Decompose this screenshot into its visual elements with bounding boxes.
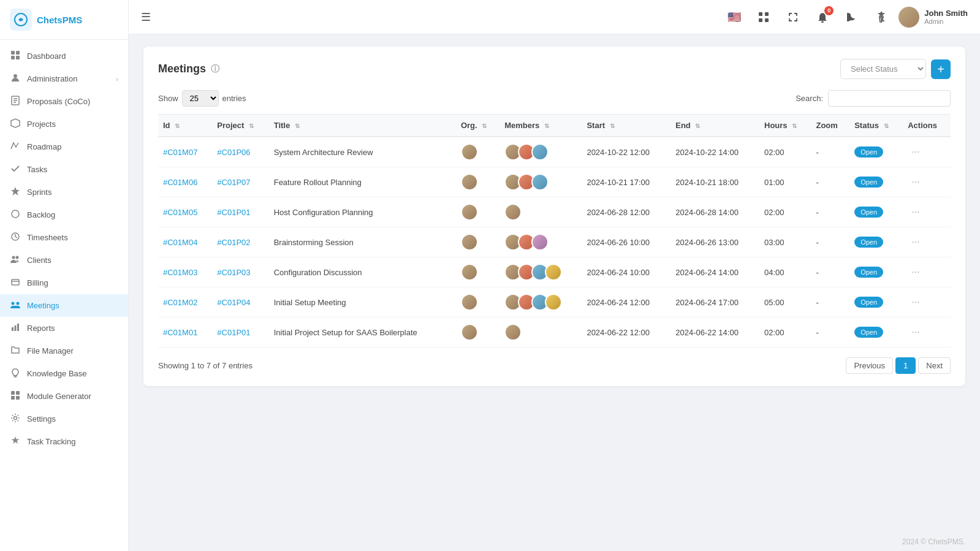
notification-button[interactable]: 0	[813, 7, 832, 27]
member-avatars	[504, 264, 577, 281]
meeting-id-link[interactable]: #C01M06	[163, 178, 197, 187]
apps-button[interactable]	[754, 7, 773, 27]
sidebar-item-label-dashboard: Dashboard	[27, 51, 66, 61]
logo[interactable]: ChetsPMS	[0, 0, 128, 40]
member-avatar	[531, 173, 549, 191]
sidebar-item-file-manager[interactable]: File Manager	[0, 340, 128, 362]
action-menu-button[interactable]: ···	[908, 145, 923, 158]
theme-button[interactable]	[842, 7, 862, 27]
action-menu-button[interactable]: ···	[908, 175, 923, 188]
cell-id: #C01M02	[158, 287, 212, 317]
sidebar-item-module-generator[interactable]: Module Generator	[0, 385, 128, 408]
cell-status: Open	[849, 287, 903, 317]
cell-org	[456, 257, 499, 287]
sidebar-item-meetings[interactable]: Meetings	[0, 294, 128, 317]
member-avatar	[545, 294, 562, 311]
sort-end-icon[interactable]: ⇅	[695, 123, 700, 129]
action-menu-button[interactable]: ···	[908, 205, 923, 218]
sidebar-item-tasks[interactable]: Tasks	[0, 158, 128, 181]
flag-button[interactable]: 🇺🇸	[724, 7, 744, 27]
meeting-id-link[interactable]: #C01M01	[163, 328, 197, 337]
org-avatars	[461, 173, 495, 191]
administration-nav-icon	[10, 73, 21, 85]
cell-start: 2024-10-22 12:00	[582, 137, 670, 167]
col-actions: Actions	[903, 115, 951, 137]
col-title: Title ⇅	[269, 115, 456, 137]
sidebar-item-billing[interactable]: Billing	[0, 272, 128, 294]
sidebar-item-timesheets[interactable]: Timesheets	[0, 226, 128, 249]
sort-status-icon[interactable]: ⇅	[884, 123, 889, 129]
meeting-id-link[interactable]: #C01M02	[163, 298, 197, 307]
cell-members	[499, 227, 582, 257]
module-generator-nav-icon	[10, 390, 21, 402]
cell-title: Feature Rollout Planning	[269, 167, 456, 197]
cell-members	[499, 197, 582, 227]
menu-toggle-icon[interactable]: ☰	[141, 10, 151, 24]
card-title: Meetings ⓘ	[158, 63, 219, 75]
table-row: #C01M02 #C01P04 Initial Setup Meeting 20…	[158, 287, 951, 317]
sidebar-item-dashboard[interactable]: Dashboard	[0, 45, 128, 67]
sort-hours-icon[interactable]: ⇅	[792, 123, 797, 129]
next-button[interactable]: Next	[918, 357, 951, 374]
action-menu-button[interactable]: ···	[908, 235, 923, 248]
member-avatar	[531, 143, 549, 161]
sidebar-item-administration[interactable]: Administration ›	[0, 67, 128, 90]
expand-button[interactable]	[783, 7, 803, 27]
svg-point-14	[16, 256, 19, 259]
sidebar-item-knowledge-base[interactable]: Knowledge Base	[0, 362, 128, 385]
sort-title-icon[interactable]: ⇅	[295, 123, 300, 129]
project-link[interactable]: #C01P01	[217, 208, 250, 217]
search-input[interactable]	[828, 90, 951, 107]
entries-select[interactable]: 25 10 50 100	[182, 90, 219, 107]
status-filter[interactable]: Select Status Open Closed	[840, 59, 926, 79]
previous-button[interactable]: Previous	[846, 357, 893, 374]
action-menu-button[interactable]: ···	[908, 325, 923, 338]
cell-project: #C01P01	[212, 197, 268, 227]
svg-rect-31	[759, 18, 762, 22]
meeting-id-link[interactable]: #C01M04	[163, 238, 197, 247]
info-icon[interactable]: ⓘ	[211, 64, 219, 75]
action-menu-button[interactable]: ···	[908, 295, 923, 308]
sort-id-icon[interactable]: ⇅	[175, 123, 180, 129]
sort-members-icon[interactable]: ⇅	[544, 123, 549, 129]
sort-start-icon[interactable]: ⇅	[610, 123, 615, 129]
sidebar-item-projects[interactable]: Projects	[0, 113, 128, 135]
meeting-id-link[interactable]: #C01M07	[163, 148, 197, 157]
status-badge: Open	[854, 146, 883, 158]
user-profile[interactable]: John Smith Admin	[898, 7, 968, 28]
project-link[interactable]: #C01P02	[217, 238, 250, 247]
meeting-id-link[interactable]: #C01M03	[163, 268, 197, 277]
project-link[interactable]: #C01P06	[217, 148, 250, 157]
project-link[interactable]: #C01P04	[217, 298, 250, 307]
member-avatars	[504, 203, 577, 221]
meeting-id-link[interactable]: #C01M05	[163, 208, 197, 217]
settings-nav-icon	[10, 413, 21, 425]
add-meeting-button[interactable]: +	[931, 59, 951, 79]
sidebar-item-settings[interactable]: Settings	[0, 408, 128, 430]
page-1-button[interactable]: 1	[895, 357, 916, 374]
user-name-block: John Smith Admin	[924, 9, 968, 25]
sort-org-icon[interactable]: ⇅	[482, 123, 487, 129]
cell-actions: ···	[903, 137, 951, 167]
action-menu-button[interactable]: ···	[908, 265, 923, 278]
project-link[interactable]: #C01P07	[217, 178, 250, 187]
sidebar-item-task-tracking[interactable]: Task Tracking	[0, 430, 128, 453]
cell-id: #C01M06	[158, 167, 212, 197]
sidebar-item-backlog[interactable]: Backlog	[0, 203, 128, 226]
project-link[interactable]: #C01P01	[217, 328, 250, 337]
sidebar-item-roadmap[interactable]: Roadmap	[0, 135, 128, 158]
cell-members	[499, 167, 582, 197]
sidebar-item-sprints[interactable]: Sprints	[0, 181, 128, 203]
project-link[interactable]: #C01P03	[217, 268, 250, 277]
table-head: Id ⇅ Project ⇅ Title ⇅ Org. ⇅ Members ⇅ …	[158, 115, 951, 137]
reports-nav-icon	[10, 322, 21, 334]
member-avatar	[504, 324, 522, 341]
cell-status: Open	[849, 197, 903, 227]
settings-button[interactable]	[872, 7, 891, 27]
svg-point-1	[20, 18, 23, 21]
sidebar-item-proposals[interactable]: Proposals (CoCo)	[0, 90, 128, 113]
sidebar-item-reports[interactable]: Reports	[0, 317, 128, 340]
sort-project-icon[interactable]: ⇅	[249, 123, 254, 129]
projects-nav-icon	[10, 118, 21, 130]
sidebar-item-clients[interactable]: Clients	[0, 249, 128, 272]
